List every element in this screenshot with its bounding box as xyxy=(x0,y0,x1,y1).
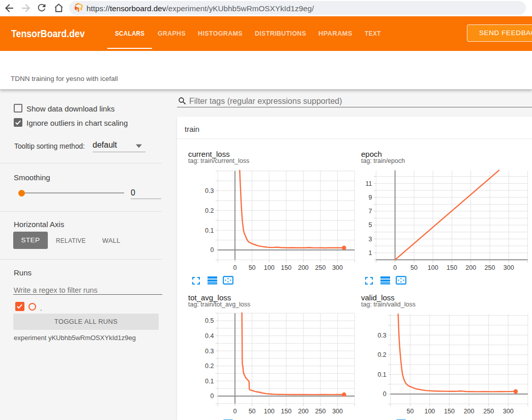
svg-text:0: 0 xyxy=(233,408,237,415)
svg-text:100: 100 xyxy=(264,264,275,271)
svg-text:200: 200 xyxy=(298,264,309,271)
svg-text:3: 3 xyxy=(368,236,372,243)
svg-text:100: 100 xyxy=(424,408,435,415)
svg-text:200: 200 xyxy=(298,408,309,415)
svg-text:0.1: 0.1 xyxy=(205,378,214,385)
svg-text:0.5: 0.5 xyxy=(205,317,214,324)
svg-text:0: 0 xyxy=(210,246,214,254)
svg-text:150: 150 xyxy=(447,264,457,271)
svg-text:50: 50 xyxy=(249,264,256,271)
svg-text:5: 5 xyxy=(368,221,372,229)
svg-text:11: 11 xyxy=(365,180,372,187)
svg-text:50: 50 xyxy=(406,408,413,415)
svg-text:0.3: 0.3 xyxy=(377,332,386,339)
svg-text:0.4: 0.4 xyxy=(205,332,214,340)
svg-text:150: 150 xyxy=(281,408,291,415)
svg-text:0.2: 0.2 xyxy=(377,351,386,358)
svg-text:0: 0 xyxy=(210,393,214,400)
svg-text:0.3: 0.3 xyxy=(205,187,214,194)
svg-text:300: 300 xyxy=(503,408,514,415)
svg-text:100: 100 xyxy=(428,264,438,271)
svg-text:0.1: 0.1 xyxy=(205,227,214,234)
svg-text:0: 0 xyxy=(383,390,387,398)
svg-text:50: 50 xyxy=(410,264,418,271)
svg-text:150: 150 xyxy=(281,264,291,271)
svg-text:9: 9 xyxy=(368,194,372,201)
svg-text:0: 0 xyxy=(393,264,397,271)
svg-text:0: 0 xyxy=(233,264,237,271)
svg-text:250: 250 xyxy=(483,408,494,415)
svg-text:0.1: 0.1 xyxy=(377,371,386,378)
svg-text:200: 200 xyxy=(464,408,475,415)
svg-text:0.3: 0.3 xyxy=(205,348,214,355)
svg-text:300: 300 xyxy=(332,264,343,271)
svg-text:300: 300 xyxy=(332,408,343,415)
svg-text:0.2: 0.2 xyxy=(205,362,214,370)
svg-text:150: 150 xyxy=(444,408,455,415)
svg-text:1: 1 xyxy=(368,249,372,257)
svg-text:250: 250 xyxy=(315,408,326,415)
svg-text:0.2: 0.2 xyxy=(205,207,214,214)
svg-text:250: 250 xyxy=(485,264,495,271)
svg-text:100: 100 xyxy=(264,408,275,415)
svg-text:300: 300 xyxy=(504,264,514,271)
svg-text:200: 200 xyxy=(465,264,476,271)
svg-text:50: 50 xyxy=(249,408,256,415)
svg-text:250: 250 xyxy=(315,264,326,271)
svg-text:7: 7 xyxy=(368,208,372,215)
